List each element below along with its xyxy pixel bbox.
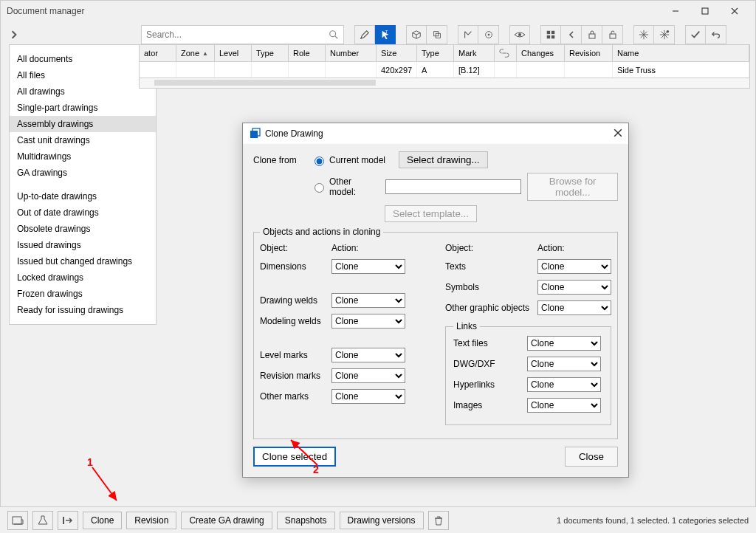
create-ga-button[interactable]: Create GA drawing <box>181 512 272 529</box>
col-head[interactable]: Type <box>417 45 454 61</box>
col-head[interactable]: Name <box>613 45 749 61</box>
horizontal-scrollbar[interactable] <box>139 78 750 89</box>
chevron-right-icon[interactable] <box>4 24 24 45</box>
object-header-r: Object: <box>445 243 537 253</box>
object-header: Object: <box>260 243 331 253</box>
col-head[interactable]: Type <box>252 45 289 61</box>
sidebar-item[interactable]: Cast unit drawings <box>10 132 156 148</box>
col-head-link-icon[interactable] <box>495 45 517 61</box>
revision-button[interactable]: Revision <box>126 512 176 529</box>
sel-hyperlinks[interactable]: Clone <box>527 377 601 392</box>
snow-add-icon[interactable] <box>654 25 675 44</box>
select-template-button[interactable]: Select template... <box>385 205 477 222</box>
align-icon[interactable] <box>458 25 478 44</box>
sel-modeling-welds[interactable]: Clone <box>331 314 405 329</box>
dialog-icon <box>249 128 261 140</box>
grid-icon[interactable] <box>540 25 561 44</box>
select-drawing-button[interactable]: Select drawing... <box>399 151 488 168</box>
eye-icon[interactable] <box>509 25 530 44</box>
sidebar-item[interactable]: Out of date drawings <box>10 204 156 221</box>
col-head[interactable]: Number <box>326 45 377 61</box>
clone-button[interactable]: Clone <box>83 512 122 529</box>
sidebar-item[interactable]: GA drawings <box>10 165 156 181</box>
sel-other-graphic[interactable]: Clone <box>537 300 611 315</box>
sidebar-item[interactable]: Issued drawings <box>10 237 156 253</box>
search-input[interactable] <box>142 26 323 44</box>
dialog-close-icon[interactable] <box>614 128 622 140</box>
flask-icon[interactable] <box>32 511 53 530</box>
sidebar-item[interactable]: All files <box>10 67 156 83</box>
clone-selected-button[interactable]: Clone selected <box>253 447 336 467</box>
radio-current-model[interactable]: Current model <box>311 154 385 166</box>
other-model-input[interactable] <box>385 179 522 194</box>
obj-texts: Texts <box>445 261 537 272</box>
status-text: 1 documents found, 1 selected. 1 categor… <box>557 516 749 525</box>
sel-revision-marks[interactable]: Clone <box>331 368 405 383</box>
col-head[interactable]: Size <box>377 45 417 61</box>
search-icon[interactable] <box>329 30 339 43</box>
chevron-left-icon[interactable] <box>561 25 582 44</box>
sidebar-item[interactable]: Single-part drawings <box>10 100 156 116</box>
col-head-zone[interactable]: Zone <box>176 45 215 61</box>
sel-images[interactable]: Clone <box>527 398 601 413</box>
sel-other-marks[interactable]: Clone <box>331 389 405 404</box>
col-head[interactable]: Role <box>289 45 326 61</box>
action-header-r: Action: <box>537 243 565 253</box>
col-head[interactable]: Changes <box>517 45 565 61</box>
links-legend: Links <box>453 321 480 331</box>
snapshots-button[interactable]: Snapshots <box>277 512 335 529</box>
svg-rect-19 <box>250 131 258 138</box>
svg-rect-12 <box>547 31 550 34</box>
minimize-button[interactable] <box>661 4 690 18</box>
sidebar-item[interactable]: Frozen drawings <box>10 286 156 302</box>
col-head[interactable]: Mark <box>454 45 495 61</box>
sidebar-item-assembly[interactable]: Assembly drawings <box>10 116 156 132</box>
sidebar-item[interactable]: All documents <box>10 51 156 67</box>
radio-other-model[interactable]: Other model: <box>311 176 372 197</box>
sidebar-item[interactable]: Issued but changed drawings <box>10 253 156 269</box>
svg-rect-16 <box>589 34 595 38</box>
svg-rect-13 <box>551 31 554 34</box>
col-head[interactable]: Level <box>215 45 252 61</box>
sel-dimensions[interactable]: Clone <box>331 259 405 274</box>
lock-icon[interactable] <box>582 25 602 44</box>
sidebar-item[interactable]: Locked drawings <box>10 269 156 286</box>
dialog-close-button[interactable]: Close <box>565 447 618 467</box>
close-button[interactable] <box>720 4 749 18</box>
svg-point-18 <box>666 30 669 33</box>
trash-icon[interactable] <box>428 511 449 530</box>
col-head[interactable]: Revision <box>565 45 613 61</box>
col-head[interactable]: ator <box>140 45 176 61</box>
drawing-versions-button[interactable]: Drawing versions <box>340 512 424 529</box>
maximize-button[interactable] <box>690 4 720 18</box>
sidebar-item[interactable]: Ready for issuing drawings <box>10 302 156 318</box>
stack-icon[interactable] <box>427 25 447 44</box>
sidebar-item[interactable]: Obsolete drawings <box>10 221 156 237</box>
sel-symbols[interactable]: Clone <box>537 280 611 295</box>
cube-icon[interactable] <box>406 25 427 44</box>
obj-level-marks: Level marks <box>260 350 331 360</box>
sidebar-item[interactable]: All drawings <box>10 83 156 100</box>
snow-icon[interactable] <box>633 25 654 44</box>
sel-textfiles[interactable]: Clone <box>527 336 601 351</box>
svg-rect-15 <box>551 35 554 38</box>
sel-drawing-welds[interactable]: Clone <box>331 293 405 308</box>
undo-icon[interactable] <box>706 25 726 44</box>
pencil-icon[interactable] <box>354 25 375 44</box>
cursor-icon[interactable]: T <box>375 25 396 44</box>
sel-level-marks[interactable]: Clone <box>331 348 405 362</box>
grid-header: ator Zone Level Type Role Number Size Ty… <box>139 44 750 62</box>
sel-texts[interactable]: Clone <box>537 259 611 274</box>
page-icon[interactable] <box>7 511 28 530</box>
sidebar-item[interactable]: Up-to-date drawings <box>10 188 156 204</box>
check-icon[interactable] <box>685 25 706 44</box>
unlock-icon[interactable] <box>602 25 623 44</box>
target-icon[interactable] <box>478 25 499 44</box>
export-icon[interactable] <box>58 511 78 530</box>
browse-model-button[interactable]: Browse for model... <box>527 173 618 201</box>
svg-line-23 <box>92 467 117 501</box>
sel-dwgdxf[interactable]: Clone <box>527 357 601 371</box>
svg-line-5 <box>335 36 338 39</box>
sidebar-item[interactable]: Multidrawings <box>10 148 156 165</box>
grid-row[interactable]: 420x297 A [B.12] Side Truss <box>139 62 750 78</box>
